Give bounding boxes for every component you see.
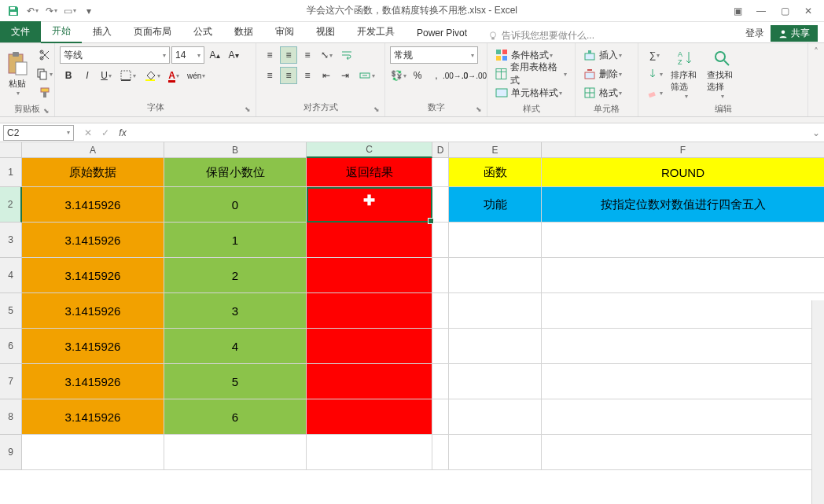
row-header-5[interactable]: 5 — [0, 293, 22, 329]
fill-color-button[interactable]: ▾ — [141, 67, 164, 84]
cell-B2[interactable]: 0 — [164, 187, 307, 223]
cut-button[interactable] — [33, 46, 56, 64]
font-name-combo[interactable]: 等线▾ — [60, 46, 170, 64]
select-all-corner[interactable] — [0, 142, 22, 158]
launcher-icon[interactable]: ⬊ — [373, 105, 380, 113]
cell-C2[interactable] — [307, 187, 432, 223]
name-box[interactable]: C2▾ — [3, 125, 74, 141]
indent-increase-button[interactable]: ⇥ — [337, 67, 354, 84]
currency-button[interactable]: 💱▾ — [390, 67, 407, 84]
launcher-icon[interactable]: ⬊ — [476, 105, 482, 113]
row-header-8[interactable]: 8 — [0, 399, 22, 435]
cell-C9[interactable] — [307, 435, 432, 470]
wrap-text-button[interactable] — [337, 46, 356, 64]
cell-B8[interactable]: 6 — [164, 399, 307, 435]
tab-insert[interactable]: 插入 — [82, 21, 123, 42]
confirm-edit-icon[interactable]: ✓ — [97, 125, 113, 141]
cell-D7[interactable] — [432, 364, 449, 399]
cell-F9[interactable] — [542, 435, 824, 470]
autosum-button[interactable]: ∑▾ — [643, 46, 666, 64]
align-bottom-button[interactable]: ≡ — [299, 46, 316, 64]
font-size-combo[interactable]: 14▾ — [171, 46, 204, 64]
cell-C5[interactable] — [307, 293, 432, 329]
number-format-combo[interactable]: 常规▾ — [390, 46, 478, 64]
column-header-D[interactable]: D — [432, 142, 449, 158]
cell-B4[interactable]: 2 — [164, 258, 307, 293]
redo-icon[interactable]: ↷▾ — [42, 2, 60, 20]
cell-B7[interactable]: 5 — [164, 364, 307, 399]
underline-button[interactable]: U▾ — [97, 67, 115, 84]
insert-button[interactable]: 插入▾ — [580, 46, 633, 64]
font-color-button[interactable]: A▾ — [165, 67, 182, 84]
align-right-button[interactable]: ≡ — [299, 67, 316, 84]
row-header-4[interactable]: 4 — [0, 258, 22, 293]
cell-D6[interactable] — [432, 329, 449, 364]
column-header-C[interactable]: C — [307, 142, 432, 158]
align-left-button[interactable]: ≡ — [261, 67, 278, 84]
cell-A9[interactable] — [22, 435, 164, 470]
minimize-icon[interactable]: — — [750, 2, 772, 20]
row-header-7[interactable]: 7 — [0, 364, 22, 399]
launcher-icon[interactable]: ⬊ — [245, 105, 251, 113]
cell-A2[interactable]: 3.1415926 — [22, 187, 164, 223]
cell-F1[interactable]: ROUND — [542, 158, 824, 187]
phonetic-button[interactable]: wén▾ — [184, 67, 208, 84]
cell-A8[interactable]: 3.1415926 — [22, 399, 164, 435]
format-painter-button[interactable] — [33, 84, 56, 101]
column-header-B[interactable]: B — [164, 142, 307, 158]
save-icon[interactable] — [5, 2, 22, 20]
format-button[interactable]: 格式▾ — [580, 84, 633, 101]
vertical-scrollbar[interactable] — [811, 300, 824, 504]
cell-A4[interactable]: 3.1415926 — [22, 258, 164, 293]
table-format-button[interactable]: 套用表格格式▾ — [492, 65, 570, 83]
cell-B3[interactable]: 1 — [164, 223, 307, 258]
tab-dev[interactable]: 开发工具 — [346, 21, 406, 42]
cell-D1[interactable] — [432, 158, 449, 187]
cell-A7[interactable]: 3.1415926 — [22, 364, 164, 399]
cell-F3[interactable] — [542, 223, 824, 258]
cell-B5[interactable]: 3 — [164, 293, 307, 329]
row-header-9[interactable]: 9 — [0, 435, 22, 470]
cell-B9[interactable] — [164, 435, 307, 470]
fill-button[interactable]: ▾ — [643, 65, 666, 83]
cell-B1[interactable]: 保留小数位 — [164, 158, 307, 187]
tab-data[interactable]: 数据 — [223, 21, 264, 42]
cell-A6[interactable]: 3.1415926 — [22, 329, 164, 364]
cell-C4[interactable] — [307, 258, 432, 293]
cell-D5[interactable] — [432, 293, 449, 329]
formula-input[interactable] — [134, 125, 808, 141]
sort-filter-button[interactable]: AZ 排序和筛选▾ — [669, 46, 702, 101]
cell-E8[interactable] — [449, 399, 542, 435]
bold-button[interactable]: B — [60, 67, 77, 84]
align-middle-button[interactable]: ≡ — [280, 46, 297, 64]
login-link[interactable]: 登录 — [745, 27, 764, 40]
column-header-A[interactable]: A — [22, 142, 164, 158]
tell-me[interactable]: 告诉我您想要做什么... — [487, 29, 594, 42]
cell-E7[interactable] — [449, 364, 542, 399]
increase-font-button[interactable]: A▴ — [206, 46, 223, 64]
cell-E4[interactable] — [449, 258, 542, 293]
delete-button[interactable]: 删除▾ — [580, 65, 633, 83]
share-button[interactable]: 共享 — [771, 25, 818, 42]
cell-F6[interactable] — [542, 329, 824, 364]
expand-formula-icon[interactable]: ⌄ — [808, 127, 824, 138]
cell-F5[interactable] — [542, 293, 824, 329]
decrease-font-button[interactable]: A▾ — [225, 46, 242, 64]
fx-icon[interactable]: fx — [115, 125, 131, 141]
italic-button[interactable]: I — [79, 67, 96, 84]
merge-button[interactable]: ▾ — [355, 67, 378, 84]
undo-icon[interactable]: ↶▾ — [24, 2, 41, 20]
cell-C8[interactable] — [307, 399, 432, 435]
cell-F8[interactable] — [542, 399, 824, 435]
orientation-button[interactable]: ⤡▾ — [318, 46, 336, 64]
row-header-3[interactable]: 3 — [0, 223, 22, 258]
tab-review[interactable]: 审阅 — [264, 21, 305, 42]
row-header-6[interactable]: 6 — [0, 329, 22, 364]
column-header-E[interactable]: E — [449, 142, 542, 158]
row-header-2[interactable]: 2 — [0, 187, 22, 223]
cell-D8[interactable] — [432, 399, 449, 435]
align-top-button[interactable]: ≡ — [261, 46, 278, 64]
cell-C6[interactable] — [307, 329, 432, 364]
tab-layout[interactable]: 页面布局 — [123, 21, 182, 42]
cell-D9[interactable] — [432, 435, 449, 470]
